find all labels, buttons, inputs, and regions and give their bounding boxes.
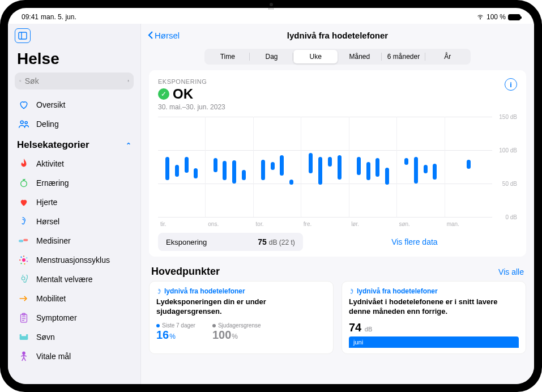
sidebar-item-overview[interactable]: Oversikt [15,95,134,114]
highlight-title: lydnivå fra hodetelefoner [349,287,519,295]
chart-bar [165,157,169,180]
svg-rect-11 [19,240,23,242]
chart-bar [194,168,198,178]
chart-bar [375,158,379,177]
chart-bar [366,162,370,180]
summary-label: Eksponering [166,238,207,246]
summary-value: 75 dB (22 t) [258,237,295,246]
time-range-segmented[interactable]: TimeDagUkeMåned6 månederÅr [204,49,471,65]
category-icon [18,255,29,265]
chart-bar [328,157,332,167]
chart-bar [185,157,189,173]
y-axis-label: 50 dB [502,181,517,187]
chart-bar [289,180,293,185]
highlights-show-all-link[interactable]: Vis alle [498,267,524,276]
x-axis-label: søn. [396,221,444,227]
svg-point-17 [24,263,25,265]
seg-item-måned[interactable]: Måned [338,50,382,63]
category-label: Ernæring [36,178,69,188]
seg-item-6måneder[interactable]: 6 måneder [382,50,426,63]
chart-bar [214,158,217,172]
page-title: lydnivå fra hodetelefoner [287,31,388,40]
chart-bar [414,157,418,184]
info-button[interactable]: i [505,78,517,91]
category-label: Hjerte [36,198,57,207]
y-axis-label: 100 dB [499,147,517,154]
highlight-card[interactable]: lydnivå fra hodetelefoner Lydeksponering… [149,281,334,354]
category-label: Menstruasjonssyklus [36,255,110,265]
svg-point-30 [23,352,25,354]
category-label: Symptomer [36,313,77,322]
chart-bar [467,160,471,169]
chart-card: EKSPONERING ✓ OK 30. mai.–30. jun. 2023 … [149,70,526,257]
svg-point-20 [20,257,22,258]
category-icon [18,238,29,244]
category-icon [18,351,29,361]
chart-day-column [396,117,444,217]
svg-rect-5 [128,80,129,81]
svg-rect-1 [19,32,27,39]
sidebar-category-item[interactable]: Hjerte [15,193,134,212]
seg-item-dag[interactable]: Dag [250,50,294,63]
status-bar: 09:41 man. 5. jun. 100 % [8,10,534,24]
categories-header[interactable]: Helsekategorier ⌄ [17,139,131,151]
seg-item-uke[interactable]: Uke [293,50,338,63]
highlight-description: Lydeksponeringen din er under sjudagersg… [156,297,326,317]
sidebar-category-item[interactable]: Medisiner [15,231,134,250]
svg-rect-27 [20,336,28,340]
chart-bar [309,153,313,174]
category-label: Søvn [36,333,55,342]
search-input[interactable] [25,76,124,86]
highlight-title: lydnivå fra hodetelefoner [156,287,326,295]
back-label: Hørsel [155,31,180,40]
exposure-chart[interactable]: 150 dB100 dB50 dB0 dBtir.ons.tor.fre.lør… [158,117,517,227]
sidebar-category-item[interactable]: Søvn [15,327,134,347]
x-axis-label: man. [445,221,492,227]
status-time: 09:41 [22,13,39,21]
seg-item-år[interactable]: År [425,50,470,63]
svg-rect-29 [26,334,28,336]
sidebar-category-item[interactable]: Hørsel [15,212,134,231]
chart-bar [271,162,275,170]
svg-point-7 [20,121,23,123]
sidebar-item-sharing[interactable]: Deling [15,114,134,134]
sidebar-category-item[interactable]: Aktivitet [15,154,134,173]
sidebar-category-item[interactable]: Symptomer [15,308,134,327]
chart-bar [242,170,246,180]
sidebar-category-item[interactable]: Vitale mål [15,347,134,366]
seg-item-time[interactable]: Time [206,50,250,63]
svg-point-9 [21,181,27,187]
category-icon [18,216,29,227]
app-title: Helse [17,50,131,68]
sidebar-item-label: Oversikt [36,100,65,109]
exposure-summary[interactable]: Eksponering 75 dB (22 t) [158,233,303,251]
category-label: Hørsel [36,217,59,226]
battery-icon [508,14,520,20]
y-axis-label: 0 dB [505,214,517,220]
sidebar-category-item[interactable]: Mobilitet [15,289,134,308]
exposure-label: EKSPONERING [158,78,225,85]
category-icon [18,178,29,188]
sidebar-category-item[interactable]: Mentalt velvære [15,270,134,289]
battery-percent: 100 % [486,13,506,21]
ear-icon [156,288,163,295]
show-more-data-link[interactable]: Vis flere data [312,237,517,246]
sidebar-category-item[interactable]: Menstruasjonssyklus [15,250,134,270]
chart-bar [318,157,322,185]
chart-bar [404,158,408,165]
svg-point-0 [480,19,480,19]
sidebar-toggle-button[interactable] [15,28,31,43]
sidebar-category-item[interactable]: Ernæring [15,173,134,193]
highlight-card[interactable]: lydnivå fra hodetelefoner Lydnivået i ho… [342,281,526,354]
dictation-icon[interactable] [127,76,129,86]
chart-bar [280,155,284,175]
category-label: Vitale mål [36,352,71,361]
svg-rect-12 [23,239,28,241]
chart-bar [175,165,179,177]
category-icon [18,295,29,302]
search-field[interactable] [15,73,134,90]
sidebar: Helse Oversikt Deling [8,24,141,384]
category-label: Mentalt velvære [36,275,93,284]
highlight-month-bar: juni [349,336,519,348]
back-button[interactable]: Hørsel [148,31,180,40]
